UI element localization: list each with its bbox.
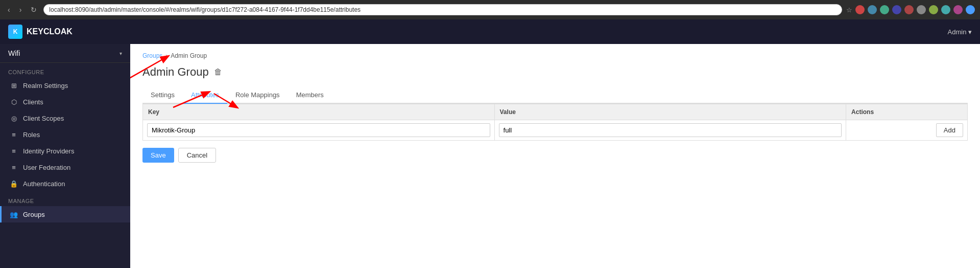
identity-providers-icon: ≡ [10,147,18,155]
configure-section-label: Configure [0,63,130,77]
col-value: Value [494,104,846,120]
content-inner: Groups › Admin Group Admin Group 🗑 Setti… [130,44,980,268]
manage-section-label: Manage [0,192,130,206]
action-buttons: Save Cancel [142,148,968,163]
sidebar: Wifi ▾ Configure ⊞ Realm Settings ⬡ Clie… [0,44,130,268]
clients-icon: ⬡ [10,98,18,106]
address-bar[interactable] [43,4,842,15]
content-with-arrows: Settings Attributes Role Mappings Member… [142,87,968,163]
col-actions: Actions [846,104,968,120]
sidebar-item-label: Groups [23,211,45,218]
client-scopes-icon: ◎ [10,114,18,122]
roles-icon: ≡ [10,130,18,139]
realm-selector[interactable]: Wifi ▾ [0,44,130,63]
tab-settings[interactable]: Settings [142,87,183,104]
user-federation-icon: ≡ [10,163,18,171]
logo-text: KEYCLOAK [27,27,73,36]
cancel-button[interactable]: Cancel [178,148,216,163]
sidebar-item-clients[interactable]: ⬡ Clients [0,94,130,110]
key-cell [143,120,495,141]
value-input[interactable] [499,123,842,137]
authentication-icon: 🔒 [10,180,18,188]
forward-button[interactable]: › [17,5,25,15]
reload-button[interactable]: ↻ [28,5,39,15]
sidebar-item-label: Identity Providers [23,147,74,155]
tab-attributes[interactable]: Attributes [183,87,227,104]
breadcrumb-current: Admin Group [171,52,207,59]
realm-settings-icon: ⊞ [10,81,18,90]
user-menu[interactable]: Admin ▾ [948,28,972,36]
back-button[interactable]: ‹ [5,5,13,15]
attributes-table: Key Value Actions [142,104,968,141]
breadcrumb-separator: › [165,52,168,59]
key-input[interactable] [147,123,490,137]
table-row: Add [143,120,968,141]
logo: K KEYCLOAK [8,25,73,39]
breadcrumb: Groups › Admin Group [142,52,968,59]
sidebar-item-label: User Federation [23,164,70,171]
main-layout: Wifi ▾ Configure ⊞ Realm Settings ⬡ Clie… [0,44,980,268]
browser-chrome: ‹ › ↻ ☆ [0,0,980,19]
sidebar-item-realm-settings[interactable]: ⊞ Realm Settings [0,77,130,94]
sidebar-item-identity-providers[interactable]: ≡ Identity Providers [0,143,130,159]
groups-icon: 👥 [10,210,18,218]
sidebar-item-label: Clients [23,98,43,106]
action-cell: Add [846,120,968,141]
sidebar-item-authentication[interactable]: 🔒 Authentication [0,175,130,192]
delete-group-icon[interactable]: 🗑 [214,68,222,77]
content-area: Groups › Admin Group Admin Group 🗑 Setti… [130,44,980,268]
tab-role-mappings[interactable]: Role Mappings [227,87,288,104]
value-cell [494,120,846,141]
realm-chevron: ▾ [119,51,122,56]
sidebar-item-groups[interactable]: 👥 Groups [0,206,130,222]
add-button[interactable]: Add [936,123,963,137]
app-header: K KEYCLOAK Admin ▾ [0,19,980,44]
sidebar-item-client-scopes[interactable]: ◎ Client Scopes [0,110,130,126]
page-title-text: Admin Group [142,65,209,79]
page-title: Admin Group 🗑 [142,65,968,79]
browser-icons: ☆ [846,5,975,14]
sidebar-item-label: Roles [23,131,40,139]
save-button[interactable]: Save [142,148,174,163]
tab-members[interactable]: Members [288,87,332,104]
realm-name: Wifi [8,49,20,57]
keycloak-logo-icon: K [8,25,22,39]
col-key: Key [143,104,495,120]
breadcrumb-parent[interactable]: Groups [142,52,162,59]
sidebar-item-label: Realm Settings [23,82,68,90]
sidebar-item-user-federation[interactable]: ≡ User Federation [0,159,130,175]
tabs: Settings Attributes Role Mappings Member… [142,87,968,104]
sidebar-item-label: Authentication [23,180,65,188]
sidebar-item-roles[interactable]: ≡ Roles [0,126,130,143]
sidebar-item-label: Client Scopes [23,115,64,122]
